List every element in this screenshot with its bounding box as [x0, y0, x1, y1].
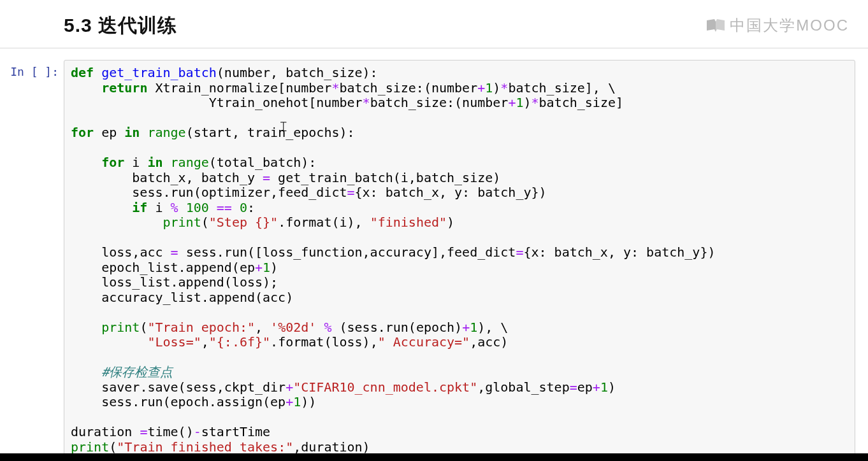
- code-content[interactable]: def get_train_batch(number, batch_size):…: [71, 66, 848, 455]
- mooc-watermark: 中国大学MOOC: [705, 15, 849, 36]
- cell-prompt: In [ ]:: [0, 60, 64, 78]
- kw-def: def: [71, 65, 94, 80]
- notebook-area: In [ ]: def get_train_batch(number, batc…: [0, 48, 868, 455]
- watermark-text: 中国大学MOOC: [730, 15, 849, 36]
- video-bottom-strip: [0, 453, 868, 461]
- book-icon: [705, 18, 726, 33]
- comment: #保存检查点: [101, 364, 173, 379]
- kw-return: return: [101, 80, 147, 96]
- kw-if: if: [132, 200, 147, 215]
- func-name: get_train_batch: [101, 65, 217, 80]
- kw-for: for: [71, 125, 94, 140]
- code-cell[interactable]: def get_train_batch(number, batch_size):…: [64, 60, 855, 455]
- header-bar: 5.3 迭代训练 中国大学MOOC: [0, 0, 868, 48]
